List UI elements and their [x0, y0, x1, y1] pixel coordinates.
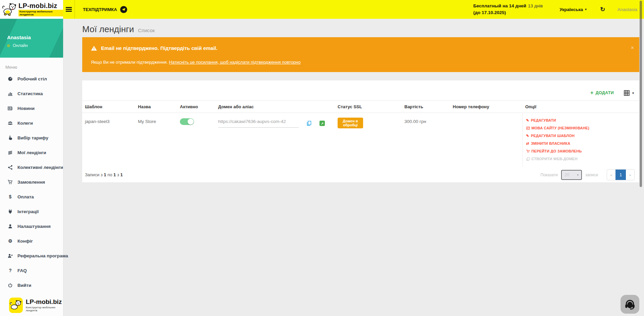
app-screen: LP-mobi.biz Конструктор мобильных лендин…	[0, 0, 644, 316]
sidebar-item-label: Реферальна програма	[17, 253, 68, 258]
vertical-scrollbar[interactable]	[640, 1, 642, 187]
sidebar-toggle-button[interactable]	[63, 0, 75, 19]
col-header-ssl: Статус SSL	[335, 101, 402, 113]
cart-icon	[526, 149, 530, 153]
cell-ssl-status: Домен в обробці	[335, 113, 402, 167]
sidebar-item-logout[interactable]: Вийти	[0, 278, 63, 293]
page-size-select[interactable]: 20 ▾	[561, 170, 582, 180]
active-toggle[interactable]	[180, 118, 194, 125]
sidebar-item-orders[interactable]: Замовлення	[0, 175, 63, 189]
footer-brand-title: LP-mobi.biz	[26, 299, 63, 305]
sidebar-item-label: Налаштування	[17, 224, 51, 229]
panel-toolbar: + ДОДАТИ ▾	[82, 85, 639, 101]
page-size-value: 20	[564, 172, 569, 177]
dashboard-icon	[7, 76, 13, 81]
add-landing-label: ДОДАТИ	[596, 90, 614, 95]
sidebar-menu: Робочий стіл Статистика Новини Колеги Ви…	[0, 71, 63, 293]
sidebar-item-payment[interactable]: $ Оплата	[0, 189, 63, 204]
alert-title-row: Email не підтверджено. Підтвердіть свій …	[91, 45, 631, 51]
sidebar-item-label: Колективні лендінги	[17, 165, 63, 170]
page-title: Мої лендінги	[82, 24, 134, 34]
add-landing-button[interactable]: + ДОДАТИ	[590, 90, 614, 95]
alert-close-button[interactable]: ×	[631, 45, 634, 51]
topbar-user-menu[interactable]: Anastasia	[611, 0, 644, 19]
sidebar-item-referral[interactable]: Реферальна програма	[0, 248, 63, 263]
sidebar-item-label: Конфіг	[17, 239, 33, 244]
domain-input[interactable]: https://cakawi7636-aupvs-com-42	[218, 119, 299, 128]
online-dot-icon	[7, 44, 10, 47]
option-change-owner-link[interactable]: ⇄ ЗМІНИТИ ВЛАСНИКА	[526, 141, 640, 145]
page-buttons: « 1 »	[607, 169, 635, 180]
power-icon	[7, 283, 13, 288]
footer-brand-text: LP-mobi.biz Конструктор мобільних лендін…	[26, 299, 63, 312]
hamburger-icon	[66, 7, 72, 8]
table-header-row: Шаблон Назва Активно Домен або аліас Ста…	[82, 101, 639, 113]
brand-logo[interactable]: LP-mobi.biz Конструктор мобильных лендин…	[0, 0, 63, 19]
cell-active	[177, 113, 215, 167]
col-header-phone: Номер телефону	[450, 101, 523, 113]
user-icon	[7, 224, 13, 229]
language-label: Українська	[559, 7, 583, 12]
topbar-right: Бесплатный на 14 дней13 днів (до 17.10.2…	[473, 0, 644, 19]
col-header-options: Опції	[523, 101, 639, 113]
col-header-active: Активно	[177, 101, 215, 113]
option-edit-link[interactable]: ✎ РЕДАГУВАТИ	[526, 118, 640, 122]
sidebar-user-status: Онлайн	[7, 43, 63, 48]
copy-domain-icon[interactable]	[306, 120, 312, 126]
colleagues-icon	[7, 121, 13, 126]
online-status-label: Онлайн	[13, 43, 28, 48]
sidebar-item-config[interactable]: ⚙ Конфіг	[0, 234, 63, 248]
cell-template: japan-steel3	[82, 113, 135, 167]
support-chat-button[interactable]	[621, 295, 639, 314]
sidebar-item-settings[interactable]: Налаштування	[0, 219, 63, 234]
trial-days-left: 13 днів	[526, 3, 543, 8]
language-selector[interactable]: Українська ▾	[551, 0, 594, 19]
col-header-domain: Домен або аліас	[215, 101, 335, 113]
summary-to: 1	[113, 172, 116, 177]
sidebar-item-my-landings[interactable]: Мої лендінги	[0, 145, 63, 160]
sidebar-item-label: Статистика	[17, 91, 43, 96]
sidebar-item-faq[interactable]: ? FAQ	[0, 263, 63, 278]
summary-prefix: Записи з	[85, 172, 103, 177]
sidebar-item-dashboard[interactable]: Робочий стіл	[0, 71, 63, 86]
exchange-icon: ⇄	[526, 142, 529, 145]
next-page-button[interactable]: »	[626, 170, 634, 180]
resend-confirmation-link[interactable]: Натисніть це посилання, щоб надіслати пі…	[169, 60, 301, 65]
col-header-template: Шаблон	[82, 101, 135, 113]
option-go-to-orders-link[interactable]: ПЕРЕЙТИ ДО ЗАМОВЛЕНЬ	[526, 149, 640, 153]
page-1-button[interactable]: 1	[615, 170, 626, 180]
sidebar-item-statistics[interactable]: Статистика	[0, 86, 63, 101]
chevron-down-icon: ▾	[577, 173, 579, 177]
open-domain-icon[interactable]: ↗	[319, 121, 325, 126]
chevron-down-icon: ▾	[585, 8, 587, 11]
sidebar: Anastasia Онлайн Меню Робочий стіл Стати…	[0, 19, 63, 316]
sidebar-item-integrations[interactable]: Інтеграції	[0, 204, 63, 219]
cell-options: ✎ РЕДАГУВАТИ МОВА САЙТУ (НЕЗМІНЮВАНЕ) ✎ …	[523, 113, 639, 167]
sidebar-item-colleagues[interactable]: Колеги	[0, 116, 63, 130]
sidebar-item-collective-landings[interactable]: Колективні лендінги	[0, 160, 63, 175]
sidebar-user-name: Anastasia	[7, 35, 63, 40]
brand-title: LP-mobi.biz	[18, 2, 63, 9]
sidebar-item-tariff[interactable]: Вибір тарифу	[0, 130, 63, 145]
table-view-selector[interactable]: ▾	[624, 90, 634, 96]
prev-page-button[interactable]: «	[607, 170, 615, 180]
main-content: Мої лендінги Список Email не підтверджен…	[63, 19, 644, 316]
sidebar-item-news[interactable]: Новини	[0, 101, 63, 116]
menu-section-label: Меню	[0, 58, 63, 70]
refresh-button[interactable]: ↻	[595, 0, 610, 19]
cell-domain: https://cakawi7636-aupvs-com-42 ↗	[215, 113, 335, 167]
tech-support-link[interactable]: ТЕХПІДТРИМКА	[75, 0, 135, 19]
telegram-icon	[120, 6, 127, 13]
alert-message: Якщо Ви не отримали підтвердження. Натис…	[91, 60, 631, 65]
option-edit-template-link[interactable]: ✎ РЕДАГУВАТИ ШАБЛОН	[526, 134, 640, 138]
option-label: СТВОРИТИ WEB-ДОМЕН	[532, 157, 578, 161]
share-icon	[7, 165, 13, 170]
option-site-language-link[interactable]: МОВА САЙТУ (НЕЗМІНЮВАНЕ)	[526, 126, 640, 130]
sidebar-item-label: Робочий стіл	[17, 76, 47, 81]
sidebar-item-label: Вийти	[17, 283, 31, 288]
chevron-down-icon: ▾	[632, 91, 634, 95]
footer-brand-subtitle: Конструктор мобільних лендінгів	[26, 306, 63, 312]
landings-stack-icon	[7, 150, 13, 155]
brand-text: LP-mobi.biz Конструктор мобильных лендин…	[18, 2, 63, 17]
alert-message-prefix: Якщо Ви не отримали підтвердження.	[91, 60, 169, 65]
